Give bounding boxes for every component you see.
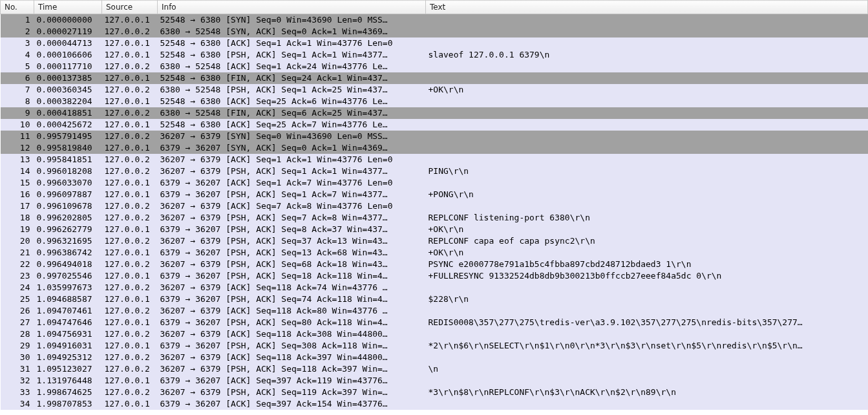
packet-list-header: No. Time Source Info Text [1, 1, 868, 14]
table-row[interactable]: 140.996018208127.0.0.236207 → 6379 [PSH,… [1, 165, 868, 177]
cell-source: 127.0.0.1 [102, 224, 158, 235]
cell-source: 127.0.0.1 [102, 375, 158, 387]
table-row[interactable]: 291.094916031127.0.0.16379 → 36207 [PSH,… [1, 340, 868, 352]
table-row[interactable]: 130.995841851127.0.0.236207 → 6379 [ACK]… [1, 154, 868, 165]
cell-no: 31 [1, 363, 34, 375]
cell-text [426, 375, 868, 387]
cell-info: 6379 → 36207 [PSH, ACK] Seq=308 Ack=118 … [158, 340, 426, 352]
cell-no: 15 [1, 177, 34, 189]
table-row[interactable]: 90.000418851127.0.0.26380 → 52548 [FIN, … [1, 107, 868, 119]
cell-text [426, 200, 868, 212]
table-row[interactable]: 160.996097887127.0.0.16379 → 36207 [PSH,… [1, 189, 868, 200]
column-header-info[interactable]: Info [158, 1, 426, 14]
cell-text: +OK\r\n [426, 224, 868, 235]
table-row[interactable]: 50.000117710127.0.0.26380 → 52548 [ACK] … [1, 61, 868, 72]
table-row[interactable]: 271.094747646127.0.0.16379 → 36207 [PSH,… [1, 317, 868, 328]
table-row[interactable]: 100.000425672127.0.0.152548 → 6380 [ACK]… [1, 119, 868, 131]
cell-text: +FULLRESYNC 91332524db8db9b300213b0ffccb… [426, 270, 868, 282]
cell-time: 0.000360345 [34, 84, 102, 96]
cell-text [426, 14, 868, 27]
cell-info: 36207 → 6379 [SYN] Seq=0 Win=43690 Len=0… [158, 131, 426, 142]
cell-no: 3 [1, 37, 34, 49]
table-row[interactable]: 261.094707461127.0.0.236207 → 6379 [ACK]… [1, 305, 868, 317]
cell-source: 127.0.0.1 [102, 189, 158, 200]
column-header-text[interactable]: Text [426, 1, 868, 14]
cell-no: 2 [1, 26, 34, 37]
cell-text: $228\r\n [426, 293, 868, 305]
table-row[interactable]: 241.035997673127.0.0.236207 → 6379 [ACK]… [1, 282, 868, 293]
cell-text [426, 37, 868, 49]
cell-info: 52548 → 6380 [SYN] Seq=0 Win=43690 Len=0… [158, 14, 426, 27]
cell-info: 6379 → 36207 [PSH, ACK] Seq=1 Ack=7 Win=… [158, 189, 426, 200]
cell-time: 1.094688587 [34, 293, 102, 305]
table-row[interactable]: 110.995791495127.0.0.236207 → 6379 [SYN]… [1, 131, 868, 142]
cell-source: 127.0.0.2 [102, 259, 158, 270]
cell-no: 16 [1, 189, 34, 200]
cell-no: 17 [1, 200, 34, 212]
table-row[interactable]: 341.998707853127.0.0.16379 → 36207 [ACK]… [1, 398, 868, 410]
table-row[interactable]: 40.000106606127.0.0.152548 → 6380 [PSH, … [1, 49, 868, 61]
cell-info: 36207 → 6379 [ACK] Seq=118 Ack=308 Win=4… [158, 328, 426, 340]
table-row[interactable]: 281.094756931127.0.0.236207 → 6379 [ACK]… [1, 328, 868, 340]
cell-text [426, 96, 868, 107]
table-row[interactable]: 30.000044713127.0.0.152548 → 6380 [ACK] … [1, 37, 868, 49]
cell-info: 6380 → 52548 [ACK] Seq=1 Ack=24 Win=4377… [158, 61, 426, 72]
cell-source: 127.0.0.1 [102, 293, 158, 305]
table-row[interactable]: 120.995819840127.0.0.16379 → 36207 [SYN,… [1, 142, 868, 154]
cell-time: 0.996202805 [34, 212, 102, 224]
cell-source: 127.0.0.1 [102, 177, 158, 189]
cell-text: *2\r\n$6\r\nSELECT\r\n$1\r\n0\r\n*3\r\n$… [426, 340, 868, 352]
cell-source: 127.0.0.1 [102, 14, 158, 27]
cell-time: 0.000382204 [34, 96, 102, 107]
column-header-no[interactable]: No. [1, 1, 34, 14]
cell-time: 1.094756931 [34, 328, 102, 340]
cell-no: 30 [1, 352, 34, 363]
table-row[interactable]: 301.094925312127.0.0.236207 → 6379 [ACK]… [1, 352, 868, 363]
cell-text [426, 177, 868, 189]
cell-text: slaveof 127.0.0.1 6379\n [426, 49, 868, 61]
table-row[interactable]: 190.996262779127.0.0.16379 → 36207 [PSH,… [1, 224, 868, 235]
table-row[interactable]: 331.998674625127.0.0.236207 → 6379 [PSH,… [1, 387, 868, 398]
table-row[interactable]: 70.000360345127.0.0.26380 → 52548 [PSH, … [1, 84, 868, 96]
table-row[interactable]: 180.996202805127.0.0.236207 → 6379 [PSH,… [1, 212, 868, 224]
table-row[interactable]: 321.131976448127.0.0.16379 → 36207 [ACK]… [1, 375, 868, 387]
table-row[interactable]: 230.997025546127.0.0.16379 → 36207 [PSH,… [1, 270, 868, 282]
table-row[interactable]: 210.996386742127.0.0.16379 → 36207 [PSH,… [1, 247, 868, 259]
table-row[interactable]: 20.000027119127.0.0.26380 → 52548 [SYN, … [1, 26, 868, 37]
table-row[interactable]: 60.000137385127.0.0.152548 → 6380 [FIN, … [1, 72, 868, 84]
cell-text [426, 142, 868, 154]
cell-no: 10 [1, 119, 34, 131]
cell-source: 127.0.0.1 [102, 317, 158, 328]
cell-source: 127.0.0.2 [102, 328, 158, 340]
column-header-time[interactable]: Time [34, 1, 102, 14]
packet-list-table[interactable]: No. Time Source Info Text 10.00000000012… [0, 0, 868, 410]
cell-source: 127.0.0.1 [102, 247, 158, 259]
cell-text [426, 154, 868, 165]
cell-info: 36207 → 6379 [ACK] Seq=7 Ack=8 Win=43776… [158, 200, 426, 212]
table-row[interactable]: 311.095123027127.0.0.236207 → 6379 [PSH,… [1, 363, 868, 375]
packet-list-body: 10.000000000127.0.0.152548 → 6380 [SYN] … [1, 14, 868, 410]
table-row[interactable]: 200.996321695127.0.0.236207 → 6379 [PSH,… [1, 235, 868, 247]
cell-no: 34 [1, 398, 34, 410]
cell-info: 36207 → 6379 [PSH, ACK] Seq=118 Ack=397 … [158, 363, 426, 375]
table-row[interactable]: 150.996033070127.0.0.16379 → 36207 [ACK]… [1, 177, 868, 189]
cell-info: 36207 → 6379 [PSH, ACK] Seq=1 Ack=1 Win=… [158, 165, 426, 177]
cell-info: 6380 → 52548 [SYN, ACK] Seq=0 Ack=1 Win=… [158, 26, 426, 37]
cell-time: 0.000000000 [34, 14, 102, 27]
cell-no: 4 [1, 49, 34, 61]
cell-time: 0.000044713 [34, 37, 102, 49]
table-row[interactable]: 80.000382204127.0.0.152548 → 6380 [ACK] … [1, 96, 868, 107]
cell-time: 0.000418851 [34, 107, 102, 119]
cell-info: 36207 → 6379 [ACK] Seq=1 Ack=1 Win=43776… [158, 154, 426, 165]
table-row[interactable]: 170.996109678127.0.0.236207 → 6379 [ACK]… [1, 200, 868, 212]
column-header-source[interactable]: Source [102, 1, 158, 14]
table-row[interactable]: 251.094688587127.0.0.16379 → 36207 [PSH,… [1, 293, 868, 305]
table-row[interactable]: 220.996494018127.0.0.236207 → 6379 [PSH,… [1, 259, 868, 270]
cell-no: 29 [1, 340, 34, 352]
cell-time: 0.995819840 [34, 142, 102, 154]
cell-no: 6 [1, 72, 34, 84]
cell-source: 127.0.0.2 [102, 363, 158, 375]
cell-time: 0.996321695 [34, 235, 102, 247]
table-row[interactable]: 10.000000000127.0.0.152548 → 6380 [SYN] … [1, 14, 868, 27]
cell-time: 0.997025546 [34, 270, 102, 282]
